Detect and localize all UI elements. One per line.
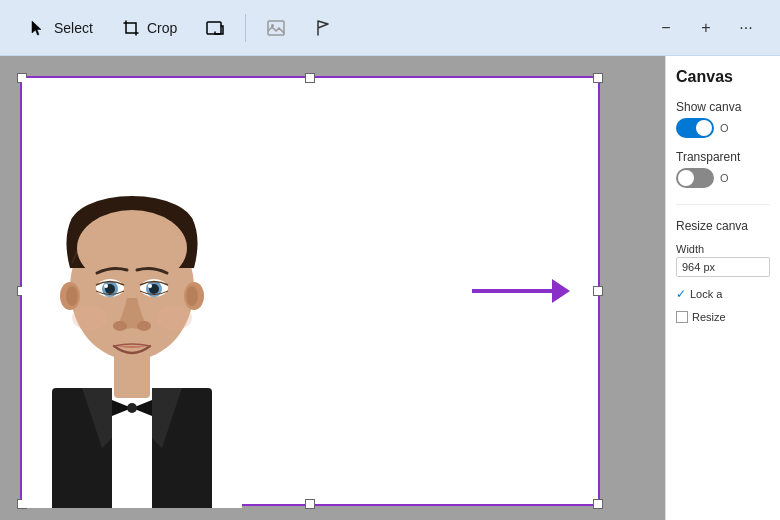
- svg-point-15: [77, 210, 187, 286]
- crop-label: Crop: [147, 20, 177, 36]
- resize-canvas-section: Resize canva: [676, 219, 770, 233]
- select-tool-button[interactable]: Select: [16, 12, 105, 44]
- svg-point-19: [104, 284, 108, 288]
- image-tool-button[interactable]: [254, 12, 298, 44]
- plus-button[interactable]: +: [688, 10, 724, 46]
- minus-button[interactable]: −: [648, 10, 684, 46]
- lock-row: ✓ Lock a: [676, 287, 770, 301]
- arrow-line: [472, 289, 552, 293]
- svg-point-31: [186, 286, 198, 306]
- image-icon: [266, 18, 286, 38]
- width-input[interactable]: [676, 257, 770, 277]
- more-icon: ···: [739, 19, 752, 37]
- show-canvas-label: Show canva: [676, 100, 770, 114]
- toolbar-right: − + ···: [648, 10, 764, 46]
- show-canvas-toggle-knob: [696, 120, 712, 136]
- handle-top-center[interactable]: [305, 73, 315, 83]
- flag-icon: [314, 18, 334, 38]
- main-area: Canvas Show canva O Transparent O Resize…: [0, 56, 780, 520]
- transparent-label: Transparent: [676, 150, 770, 164]
- resize-label: Resize: [692, 311, 726, 323]
- resize-row: Resize: [676, 311, 770, 323]
- resize-icon: [205, 18, 225, 38]
- transparent-toggle-knob: [678, 170, 694, 186]
- svg-point-29: [66, 286, 78, 306]
- transparent-section: Transparent O: [676, 150, 770, 190]
- minus-icon: −: [661, 19, 670, 37]
- svg-point-9: [127, 403, 137, 413]
- flag-tool-button[interactable]: [302, 12, 346, 44]
- width-section: Width: [676, 243, 770, 277]
- crop-tool-button[interactable]: Crop: [109, 12, 189, 44]
- canvas-area: [0, 56, 665, 520]
- handle-bottom-right[interactable]: [593, 499, 603, 509]
- canvas-container[interactable]: [20, 76, 600, 506]
- toolbar-separator-1: [245, 14, 246, 42]
- svg-point-23: [148, 284, 152, 288]
- svg-point-27: [156, 306, 192, 330]
- show-canvas-section: Show canva O: [676, 100, 770, 140]
- toolbar: Select Crop: [0, 0, 780, 56]
- resize-canvas-label: Resize canva: [676, 219, 770, 233]
- show-canvas-toggle-row: O: [676, 118, 770, 138]
- right-panel: Canvas Show canva O Transparent O Resize…: [665, 56, 780, 520]
- portrait-image: [22, 78, 242, 508]
- handle-top-right[interactable]: [593, 73, 603, 83]
- panel-title: Canvas: [676, 68, 770, 86]
- select-label: Select: [54, 20, 93, 36]
- transparent-toggle-row: O: [676, 168, 770, 188]
- show-canvas-toggle[interactable]: [676, 118, 714, 138]
- resize-arrow: [472, 279, 570, 303]
- resize-tool-button[interactable]: [193, 12, 237, 44]
- width-label: Width: [676, 243, 770, 255]
- svg-point-26: [72, 306, 108, 330]
- show-canvas-toggle-label: O: [720, 122, 729, 134]
- svg-rect-1: [207, 22, 221, 34]
- handle-bottom-center[interactable]: [305, 499, 315, 509]
- transparent-toggle-label: O: [720, 172, 729, 184]
- select-icon: [28, 18, 48, 38]
- checkmark-icon: ✓: [676, 287, 686, 301]
- transparent-toggle[interactable]: [676, 168, 714, 188]
- crop-icon: [121, 18, 141, 38]
- svg-point-24: [113, 321, 127, 331]
- more-button[interactable]: ···: [728, 10, 764, 46]
- panel-divider: [676, 204, 770, 205]
- lock-label: Lock a: [690, 288, 722, 300]
- svg-rect-0: [126, 23, 136, 33]
- arrow-head: [552, 279, 570, 303]
- resize-checkbox[interactable]: [676, 311, 688, 323]
- plus-icon: +: [701, 19, 710, 37]
- handle-middle-right[interactable]: [593, 286, 603, 296]
- svg-point-25: [137, 321, 151, 331]
